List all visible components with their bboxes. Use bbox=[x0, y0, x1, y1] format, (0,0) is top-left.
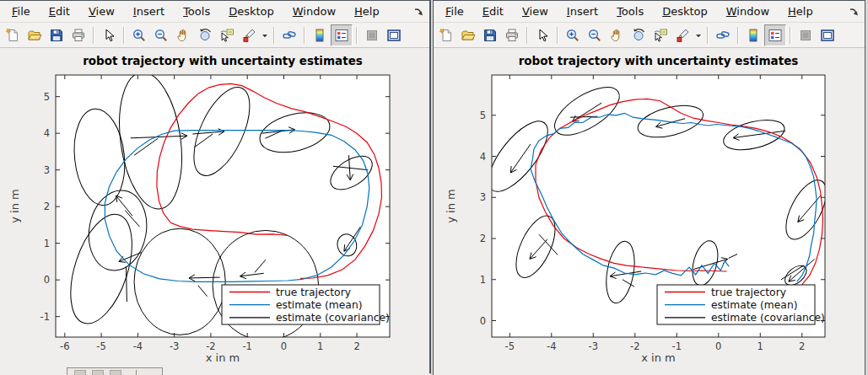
arrowhead bbox=[344, 244, 345, 251]
rotate-3d-icon[interactable] bbox=[628, 24, 650, 46]
new-figure-icon[interactable] bbox=[435, 24, 457, 46]
plot-title: robot trajectory with uncertainty estima… bbox=[519, 54, 799, 67]
hide-plot-tools-icon[interactable] bbox=[795, 24, 817, 46]
link-plots-icon[interactable] bbox=[278, 24, 300, 46]
dropdown-caret-icon[interactable] bbox=[260, 24, 270, 46]
hide-plot-tools-icon[interactable] bbox=[361, 24, 383, 46]
menu-item-file[interactable]: File bbox=[436, 3, 473, 19]
data-cursor-icon[interactable] bbox=[650, 24, 671, 46]
x-tick-label: 1 bbox=[317, 340, 323, 352]
dock-figure-arrow-icon[interactable] bbox=[849, 5, 860, 17]
dock-figure-arrow-icon[interactable] bbox=[413, 5, 425, 17]
zoom-out-icon[interactable] bbox=[584, 24, 606, 46]
y-tick-label: 3 bbox=[480, 191, 486, 203]
print-figure-icon[interactable] bbox=[67, 24, 89, 46]
figure-canvas: -5-4-3-2-1012012345robot trajectory with… bbox=[434, 48, 865, 375]
save-figure-icon[interactable] bbox=[46, 24, 67, 46]
dropdown-caret-icon[interactable] bbox=[693, 24, 704, 46]
new-figure-icon[interactable] bbox=[2, 24, 24, 46]
menu-item-help[interactable]: Help bbox=[345, 3, 389, 19]
y-axis-label: y in m bbox=[445, 189, 457, 222]
menu-item-tools[interactable]: Tools bbox=[607, 3, 653, 19]
y-tick-label: 2 bbox=[44, 201, 50, 212]
y-tick-label: 1 bbox=[44, 238, 50, 249]
brush-data-icon[interactable] bbox=[671, 24, 693, 46]
y-tick-label: 2 bbox=[480, 233, 486, 244]
menu-item-insert[interactable]: Insert bbox=[558, 3, 607, 19]
figure-canvas: -6-5-4-3-2-1012-1012345robot trajectory … bbox=[0, 48, 429, 375]
toolbar-separator bbox=[707, 27, 709, 44]
save-figure-icon[interactable] bbox=[479, 24, 501, 46]
toolbar-separator bbox=[790, 27, 791, 44]
toolbar-separator bbox=[557, 27, 558, 44]
menu-item-insert[interactable]: Insert bbox=[124, 3, 174, 19]
x-tick-label: 0 bbox=[281, 340, 287, 352]
menu-item-edit[interactable]: Edit bbox=[473, 3, 513, 19]
hidden-icon bbox=[74, 370, 86, 375]
insert-colorbar-icon[interactable] bbox=[309, 24, 331, 46]
y-tick-label: 5 bbox=[44, 91, 50, 103]
figure-window-right: FileEditViewInsertToolsDesktopWindowHelp… bbox=[433, 0, 865, 375]
legend-label: estimate (mean) bbox=[276, 299, 363, 311]
x-tick-label: -1 bbox=[242, 340, 251, 352]
menu-item-window[interactable]: Window bbox=[717, 3, 779, 19]
rotate-3d-icon[interactable] bbox=[194, 24, 216, 46]
brush-data-icon[interactable] bbox=[238, 24, 260, 46]
menu-item-file[interactable]: File bbox=[3, 3, 40, 19]
menu-item-view[interactable]: View bbox=[79, 3, 124, 19]
toolbar-separator bbox=[526, 27, 528, 44]
desktop: FileEditViewInsertToolsDesktopWindowHelp… bbox=[0, 0, 868, 375]
toolbar bbox=[0, 23, 429, 48]
show-plot-tools-icon[interactable] bbox=[817, 24, 838, 46]
x-tick-label: -4 bbox=[547, 340, 556, 352]
menu-item-desktop[interactable]: Desktop bbox=[219, 3, 283, 19]
toolbar bbox=[434, 23, 865, 48]
edit-plot-pointer-icon[interactable] bbox=[531, 24, 553, 46]
toolbar-separator bbox=[356, 27, 358, 44]
divider bbox=[136, 370, 137, 375]
pan-hand-icon[interactable] bbox=[172, 24, 194, 46]
x-tick-label: -4 bbox=[133, 340, 143, 352]
y-tick-label: -1 bbox=[40, 311, 50, 323]
open-file-icon[interactable] bbox=[457, 24, 479, 46]
zoom-in-icon[interactable] bbox=[128, 24, 150, 46]
show-plot-tools-icon[interactable] bbox=[383, 24, 405, 46]
y-tick-label: 0 bbox=[44, 274, 50, 286]
y-tick-label: 4 bbox=[480, 151, 486, 163]
plot-canvas-right: -5-4-3-2-1012012345robot trajectory with… bbox=[434, 48, 865, 375]
print-figure-icon[interactable] bbox=[501, 24, 523, 46]
data-cursor-icon[interactable] bbox=[216, 24, 238, 46]
toolbar-separator bbox=[93, 27, 94, 44]
menu-item-view[interactable]: View bbox=[513, 3, 558, 19]
menu-item-window[interactable]: Window bbox=[283, 3, 345, 19]
pan-hand-icon[interactable] bbox=[606, 24, 628, 46]
open-file-icon[interactable] bbox=[24, 24, 46, 46]
menu-item-tools[interactable]: Tools bbox=[174, 3, 219, 19]
menu-item-help[interactable]: Help bbox=[779, 3, 822, 19]
legend-label: true trajectory bbox=[276, 287, 351, 298]
link-plots-icon[interactable] bbox=[712, 24, 734, 46]
x-tick-label: -5 bbox=[96, 340, 105, 352]
menu-item-edit[interactable]: Edit bbox=[40, 3, 79, 19]
x-tick-label: 0 bbox=[715, 340, 721, 352]
zoom-out-icon[interactable] bbox=[150, 24, 172, 46]
insert-legend-icon[interactable] bbox=[331, 24, 353, 46]
x-tick-label: 2 bbox=[353, 340, 359, 352]
toolbar-separator bbox=[304, 27, 305, 44]
menu-item-desktop[interactable]: Desktop bbox=[653, 3, 717, 19]
x-tick-label: 2 bbox=[799, 340, 805, 352]
x-axis-label: x in m bbox=[206, 351, 240, 364]
zoom-in-icon[interactable] bbox=[562, 24, 584, 46]
y-tick-label: 4 bbox=[44, 127, 50, 139]
x-tick-label: 1 bbox=[757, 340, 763, 352]
legend-label: true trajectory bbox=[711, 287, 786, 298]
background-window-fragment bbox=[67, 367, 163, 375]
insert-colorbar-icon[interactable] bbox=[742, 24, 764, 46]
insert-legend-icon[interactable] bbox=[764, 24, 786, 46]
plot-canvas-left: -6-5-4-3-2-1012-1012345robot trajectory … bbox=[0, 48, 429, 375]
toolbar-separator bbox=[123, 27, 125, 44]
x-tick-label: -3 bbox=[170, 340, 179, 352]
legend-label: estimate (covariance) bbox=[711, 312, 825, 324]
legend-label: estimate (covariance) bbox=[276, 312, 390, 324]
edit-plot-pointer-icon[interactable] bbox=[98, 24, 120, 46]
